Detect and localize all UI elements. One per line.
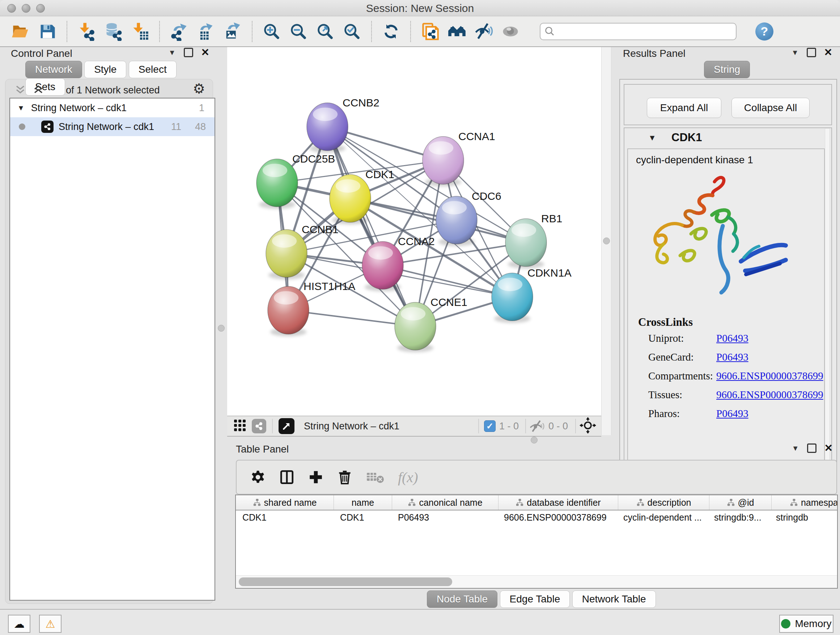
- zoom-in-button[interactable]: [261, 20, 283, 43]
- show-panel-button[interactable]: [499, 20, 522, 43]
- column-header-namespace[interactable]: namespace: [772, 495, 838, 510]
- float-panel-button[interactable]: [184, 48, 193, 57]
- table-row[interactable]: CDK1CDK1P064939606.ENSP00000378699cyclin…: [236, 510, 837, 525]
- results-scrollbar[interactable]: [825, 128, 830, 468]
- table-settings-button[interactable]: [250, 470, 265, 485]
- panel-menu-caret-icon[interactable]: ▼: [169, 49, 176, 57]
- column-header-description[interactable]: description: [618, 495, 709, 510]
- network-type-share-icon[interactable]: [252, 419, 266, 433]
- import-network-button[interactable]: [75, 20, 98, 43]
- tab-string[interactable]: String: [704, 61, 750, 78]
- column-header--id[interactable]: @id: [709, 495, 772, 510]
- show-column-panel-button[interactable]: [279, 470, 294, 485]
- string-network-graph[interactable]: CCNB2CCNA1CDC25BCDK1CDC6RB1CCNB1CCNA2CDK…: [227, 47, 601, 416]
- network-node-ccne1[interactable]: [395, 302, 437, 352]
- export-table-button[interactable]: [195, 20, 217, 43]
- tab-network[interactable]: Network: [25, 61, 82, 78]
- close-panel-button[interactable]: ✕: [824, 445, 833, 452]
- network-row-selected[interactable]: String Network – cdk1 11 48: [10, 117, 215, 136]
- import-table-button[interactable]: [129, 20, 151, 43]
- export-network-button[interactable]: [168, 20, 190, 43]
- pan-crosshair-button[interactable]: [579, 417, 596, 435]
- network-node-cdc25b[interactable]: [256, 159, 303, 209]
- delete-column-button[interactable]: [337, 470, 352, 485]
- network-node-rb1[interactable]: [505, 219, 549, 269]
- panel-menu-caret-icon[interactable]: ▼: [792, 444, 799, 453]
- zoom-out-button[interactable]: [287, 20, 309, 43]
- crosslink-link[interactable]: P06493: [716, 351, 748, 363]
- open-session-button[interactable]: [9, 20, 32, 43]
- zoom-fit-button[interactable]: [314, 20, 336, 43]
- table-cell[interactable]: P06493: [392, 510, 497, 525]
- network-collection-row[interactable]: ▼ String Network – cdk1 1: [10, 98, 215, 117]
- tab-select[interactable]: Select: [129, 61, 177, 78]
- table-cell[interactable]: stringdb: [769, 510, 838, 525]
- delete-table-button[interactable]: [366, 470, 384, 484]
- splitter-handle[interactable]: [603, 238, 610, 244]
- collapse-all-chevron-icon[interactable]: [14, 84, 27, 95]
- section-collapse-caret-icon[interactable]: ▼: [648, 133, 656, 143]
- warnings-button[interactable]: ⚠: [39, 615, 62, 633]
- network-node-ccna2[interactable]: [362, 241, 404, 291]
- crosslink-link[interactable]: 9606.ENSP00000378699: [716, 370, 823, 382]
- birdseye-grid-button[interactable]: [233, 418, 247, 434]
- node-label-ccnb2: CCNB2: [343, 97, 379, 109]
- cloud-status-button[interactable]: ☁: [8, 615, 30, 633]
- scrollbar-thumb[interactable]: [239, 578, 452, 586]
- table-cell[interactable]: stringdb:9...: [707, 510, 769, 525]
- hide-panel-button[interactable]: [472, 20, 495, 43]
- column-header-canonical-name[interactable]: canonical name: [392, 495, 499, 510]
- control-panel-header: Control Panel ▼ ✕: [3, 47, 215, 60]
- network-node-ccna1[interactable]: [423, 136, 464, 187]
- network-node-cdkn1a[interactable]: [492, 272, 538, 323]
- home-networks-button[interactable]: [446, 20, 468, 43]
- expand-all-chevron-icon[interactable]: [32, 84, 45, 95]
- zoom-selected-button[interactable]: [341, 20, 363, 43]
- network-canvas[interactable]: CCNB2CCNA1CDC25BCDK1CDC6RB1CCNB1CCNA2CDK…: [227, 47, 601, 416]
- network-node-hist1h1a[interactable]: [268, 287, 315, 336]
- network-node-cdc6[interactable]: [436, 196, 480, 246]
- splitter-handle[interactable]: [218, 325, 225, 332]
- memory-button[interactable]: Memory: [779, 615, 834, 633]
- string-app-button[interactable]: [419, 20, 441, 43]
- function-builder-button[interactable]: f(x): [398, 469, 418, 486]
- float-panel-button[interactable]: [807, 48, 816, 57]
- table-cell[interactable]: CDK1: [236, 510, 333, 525]
- table-cell[interactable]: cyclin-dependent ...: [617, 510, 707, 525]
- column-header-database-identifier[interactable]: database identifier: [499, 495, 618, 510]
- save-session-button[interactable]: [36, 20, 58, 43]
- search-input[interactable]: [540, 23, 737, 40]
- crosslink-link[interactable]: P06493: [716, 333, 748, 344]
- panel-menu-caret-icon[interactable]: ▼: [791, 49, 799, 57]
- export-image-button[interactable]: [221, 20, 244, 43]
- close-panel-button[interactable]: ✕: [824, 49, 832, 56]
- table-cell[interactable]: 9606.ENSP00000378699: [497, 510, 617, 525]
- column-header-shared-name[interactable]: shared name: [236, 495, 334, 510]
- expand-all-button[interactable]: Expand All: [647, 98, 722, 118]
- column-mapping-icon: [636, 499, 645, 507]
- tab-network-table[interactable]: Network Table: [572, 591, 656, 608]
- tree-expand-caret-icon[interactable]: ▼: [17, 104, 25, 112]
- float-panel-button[interactable]: [807, 443, 816, 453]
- table-cell[interactable]: CDK1: [333, 510, 392, 525]
- import-network-from-database-button[interactable]: [102, 20, 125, 43]
- column-header-name[interactable]: name: [334, 495, 392, 510]
- add-column-button[interactable]: [308, 470, 324, 485]
- tab-edge-table[interactable]: Edge Table: [500, 591, 570, 608]
- network-node-ccnb1[interactable]: [266, 230, 308, 279]
- tab-node-table[interactable]: Node Table: [427, 591, 497, 608]
- close-panel-button[interactable]: ✕: [201, 49, 210, 56]
- tab-style[interactable]: Style: [84, 61, 126, 78]
- gene-section-header[interactable]: ▼ CDK1: [624, 128, 831, 148]
- refresh-view-button[interactable]: [380, 20, 402, 43]
- crosslink-link[interactable]: P06493: [716, 408, 748, 420]
- help-button[interactable]: ?: [755, 22, 774, 41]
- table-horizontal-scrollbar[interactable]: [236, 575, 837, 588]
- vertical-splitter[interactable]: [601, 47, 611, 435]
- collapse-all-button[interactable]: Collapse All: [731, 98, 810, 118]
- open-in-browser-button[interactable]: [279, 418, 294, 434]
- crosslink-link[interactable]: 9606.ENSP00000378699: [716, 389, 823, 401]
- selected-checkbox-icon[interactable]: ✓: [484, 420, 496, 432]
- network-edge[interactable]: [327, 127, 415, 326]
- network-node-cdk1[interactable]: [330, 174, 371, 225]
